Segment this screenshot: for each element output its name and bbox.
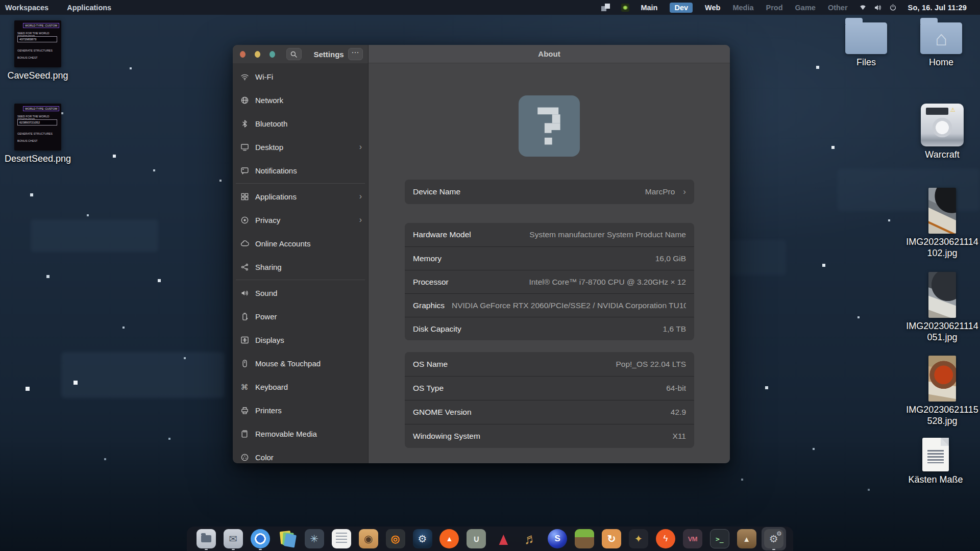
sidebar-item-network[interactable]: Network xyxy=(233,88,368,112)
sidebar-item-online-accounts[interactable]: Online Accounts xyxy=(233,232,368,255)
nvidia-icon[interactable] xyxy=(621,4,629,12)
color-icon xyxy=(240,453,249,462)
sidebar-item-removable-media[interactable]: Removable Media xyxy=(233,422,368,445)
chevron-right-icon: › xyxy=(359,142,362,152)
workspace-main[interactable]: Main xyxy=(641,4,657,12)
workspace-other[interactable]: Other xyxy=(828,4,848,12)
sidebar-item-sharing[interactable]: Sharing xyxy=(233,255,368,279)
info-value: Pop!_OS 22.04 LTS xyxy=(616,360,686,369)
sidebar-item-sound[interactable]: Sound xyxy=(233,281,368,305)
sidebar-item-applications[interactable]: Applications› xyxy=(233,185,368,208)
coral-app-icon: ✳ xyxy=(305,529,324,548)
settings-sidebar: Wi-FiNetworkBluetoothDesktop›Notificatio… xyxy=(233,63,368,463)
maximize-button[interactable] xyxy=(270,51,275,58)
dock-item-settings[interactable]: ⚙⚙ xyxy=(762,527,786,550)
distro-logo-unknown-icon xyxy=(519,95,580,157)
dock-item-red-mountain-app[interactable]: ▲ xyxy=(491,527,516,550)
workspace-media[interactable]: Media xyxy=(732,4,753,12)
dock-item-gray-arc-app[interactable]: ∪ xyxy=(464,527,488,550)
desktop-icon-k-sten-ma-e[interactable]: Kästen Maße xyxy=(897,438,974,486)
sidebar-item-displays[interactable]: Displays xyxy=(233,328,368,352)
mail-icon: ✉ xyxy=(224,529,243,548)
dock-item-dark-wing-app[interactable]: ✦ xyxy=(626,527,651,550)
info-value: MarcPro xyxy=(645,187,675,196)
sidebar-item-bluetooth[interactable]: Bluetooth xyxy=(233,112,368,135)
desktop-icon-img20230621115528-jpg[interactable]: IMG20230621115528.jpg xyxy=(904,356,980,427)
dock-item-browser[interactable] xyxy=(248,527,273,550)
dock-item-gramophone-app[interactable]: ♬ xyxy=(518,527,543,550)
sidebar-item-notifications[interactable]: Notifications xyxy=(233,159,368,182)
chevron-right-icon: › xyxy=(359,215,362,224)
workspace-prod[interactable]: Prod xyxy=(766,4,783,12)
sidebar-item-wi-fi[interactable]: Wi-Fi xyxy=(233,65,368,88)
dock-item-text-editor[interactable] xyxy=(329,527,354,550)
workspace-web[interactable]: Web xyxy=(705,4,720,12)
clock[interactable]: So, 16. Jul 11:29 xyxy=(908,4,967,12)
sidebar-item-mouse-touchpad[interactable]: Mouse & Touchpad xyxy=(233,352,368,375)
volume-icon[interactable] xyxy=(874,4,882,12)
dock-item-orange-swirl-app[interactable]: ↻ xyxy=(599,527,624,550)
sidebar-item-power[interactable]: Power xyxy=(233,305,368,328)
sidebar-item-label: Applications xyxy=(255,192,297,201)
dock-item-vm-app[interactable]: VM xyxy=(680,527,705,550)
desktop-icon-warcraft[interactable]: Warcraft xyxy=(904,104,980,161)
sidebar-item-color[interactable]: Color xyxy=(233,445,368,463)
dock-item-terminal[interactable]: >_ xyxy=(707,527,732,550)
window-stack-icon[interactable] xyxy=(601,4,610,11)
desktop-icon-caveseed-png[interactable]: WORLD TYPE: CUSTOMSEED FOR THE WORLD GEN… xyxy=(0,20,76,82)
dark-wing-app-icon: ✦ xyxy=(629,529,648,548)
dock-item-blender[interactable]: ◎ xyxy=(383,527,408,550)
dock-item-blue-orb-app[interactable]: S xyxy=(545,527,570,550)
system-icons xyxy=(859,4,897,12)
settings-sidebar-pane: Settings ⋯ Wi-FiNetworkBluetoothDesktop›… xyxy=(233,45,369,463)
sidebar-item-privacy[interactable]: Privacy› xyxy=(233,208,368,232)
desktop-icon-img20230621114051-jpg[interactable]: IMG20230621114051.jpg xyxy=(904,272,980,343)
dock-item-steam[interactable]: ⚙ xyxy=(410,527,435,550)
dock-item-notes[interactable] xyxy=(275,527,300,550)
dock-item-coral-app[interactable]: ✳ xyxy=(302,527,327,550)
workspace-dev[interactable]: Dev xyxy=(670,3,693,13)
orange-circle-app-icon: ▲ xyxy=(439,529,459,548)
sidebar-item-desktop[interactable]: Desktop› xyxy=(233,135,368,159)
graphics-row: GraphicsNVIDIA GeForce RTX 2060/PCIe/SSE… xyxy=(405,293,694,317)
top-bar-right: MainDevWebMediaProdGameOther So, 16. Jul… xyxy=(601,3,980,13)
desktop-icon-desertseed-png[interactable]: WORLD TYPE: CUSTOMSEED FOR THE WORLD GEN… xyxy=(0,104,76,165)
network-wireless-icon[interactable] xyxy=(859,4,867,11)
sidebar-item-printers[interactable]: Printers xyxy=(233,398,368,422)
desktop-icon-img20230621114102-jpg[interactable]: IMG20230621114102.jpg xyxy=(904,188,980,259)
wifi-icon xyxy=(240,72,249,81)
dock-item-rocket-crate-app[interactable]: ▲ xyxy=(734,527,759,550)
sidebar-item-keyboard[interactable]: ⌘Keyboard xyxy=(233,375,368,398)
sidebar-item-label: Removable Media xyxy=(255,430,317,438)
dock-item-files[interactable] xyxy=(194,527,218,550)
primary-menu-button[interactable]: ⋯ xyxy=(348,48,363,60)
device-name-row[interactable]: Device NameMarcPro› xyxy=(405,180,694,204)
dock-item-gimp[interactable]: ◉ xyxy=(356,527,381,550)
window-titlebar: Settings ⋯ xyxy=(233,45,368,63)
gimp-icon: ◉ xyxy=(359,529,378,548)
search-button[interactable] xyxy=(286,48,301,60)
orange-swirl-app-icon: ↻ xyxy=(602,529,621,548)
info-label: Windowing System xyxy=(413,432,480,441)
dock-item-mail[interactable]: ✉ xyxy=(221,527,246,550)
windowing-system-row: Windowing SystemX11 xyxy=(405,424,694,448)
top-bar-menu-workspaces[interactable]: Workspaces xyxy=(5,4,48,12)
dock-item-orange-circle-app[interactable]: ▲ xyxy=(437,527,461,550)
dock-item-minecraft[interactable] xyxy=(572,527,597,550)
power-icon[interactable] xyxy=(889,4,897,11)
desktop-icon-label: IMG20230621114102.jpg xyxy=(904,237,980,259)
sidebar-item-label: Sound xyxy=(255,289,277,297)
desktop-icon-home[interactable]: Home xyxy=(903,22,979,68)
close-button[interactable] xyxy=(240,51,246,58)
dock-item-orange-round-app[interactable]: ϟ xyxy=(653,527,678,550)
seed-generate-label: GENERATE STRUCTURES xyxy=(17,49,53,52)
minimize-button[interactable] xyxy=(255,51,260,58)
workspace-game[interactable]: Game xyxy=(795,4,816,12)
harddrive-icon xyxy=(921,104,964,146)
top-bar-menu-applications[interactable]: Applications xyxy=(67,4,111,12)
info-value: 64-bit xyxy=(666,384,686,393)
sidebar-item-label: Notifications xyxy=(255,166,297,175)
sound-icon xyxy=(240,288,249,297)
sidebar-divider xyxy=(236,280,365,280)
desktop-icon-files[interactable]: Files xyxy=(828,22,904,68)
